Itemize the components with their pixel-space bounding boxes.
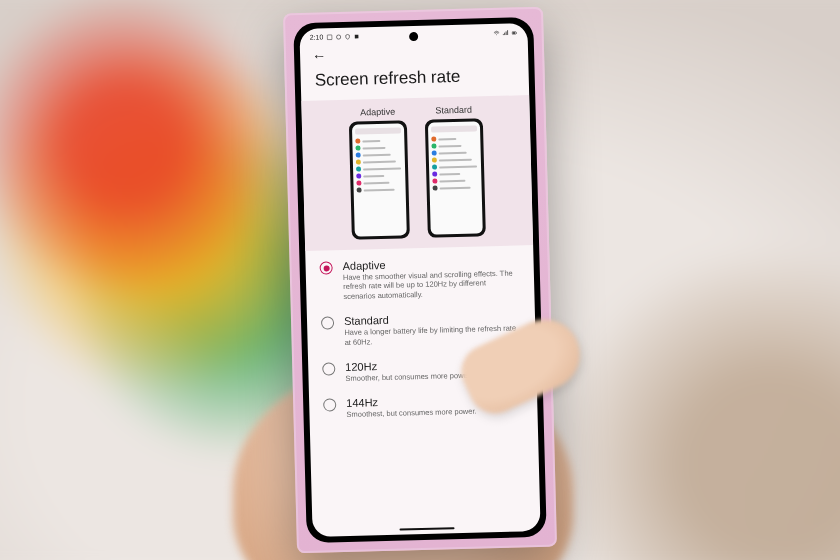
back-button[interactable]: ← bbox=[310, 46, 328, 64]
svg-rect-0 bbox=[327, 34, 332, 39]
svg-rect-4 bbox=[516, 32, 517, 33]
top-bar: ← bbox=[300, 37, 528, 65]
notif-icon bbox=[335, 33, 341, 39]
phone-body: 2:10 ← Screen refresh rate Adapt bbox=[283, 7, 557, 554]
phone-screen: 2:10 ← Screen refresh rate Adapt bbox=[299, 23, 540, 537]
notif-icon bbox=[353, 33, 359, 39]
shield-icon bbox=[344, 33, 350, 39]
option-desc: Have the smoother visual and scrolling e… bbox=[343, 268, 521, 301]
svg-rect-2 bbox=[354, 34, 358, 38]
nav-pill bbox=[399, 527, 454, 531]
radio-icon bbox=[319, 261, 332, 274]
preview-section: Adaptive Standard bbox=[301, 95, 533, 251]
option-adaptive[interactable]: AdaptiveHave the smoother visual and scr… bbox=[319, 255, 520, 301]
phone-bezel: 2:10 ← Screen refresh rate Adapt bbox=[293, 17, 547, 543]
battery-icon bbox=[511, 29, 517, 35]
wifi-icon bbox=[493, 29, 499, 35]
preview-phone bbox=[425, 118, 486, 237]
gesture-nav-bar[interactable] bbox=[312, 521, 540, 537]
radio-icon bbox=[323, 398, 336, 411]
preview-adaptive: Adaptive bbox=[348, 106, 409, 239]
radio-icon bbox=[322, 362, 335, 375]
preview-label: Standard bbox=[424, 104, 482, 116]
preview-phone bbox=[349, 120, 410, 239]
notif-icon bbox=[326, 34, 332, 40]
svg-point-1 bbox=[336, 34, 340, 38]
status-time: 2:10 bbox=[310, 33, 324, 40]
preview-label: Adaptive bbox=[348, 106, 406, 118]
page-title: Screen refresh rate bbox=[300, 65, 528, 91]
signal-icon bbox=[502, 29, 508, 35]
preview-standard: Standard bbox=[424, 104, 485, 237]
radio-icon bbox=[321, 316, 334, 329]
svg-rect-5 bbox=[513, 32, 516, 34]
